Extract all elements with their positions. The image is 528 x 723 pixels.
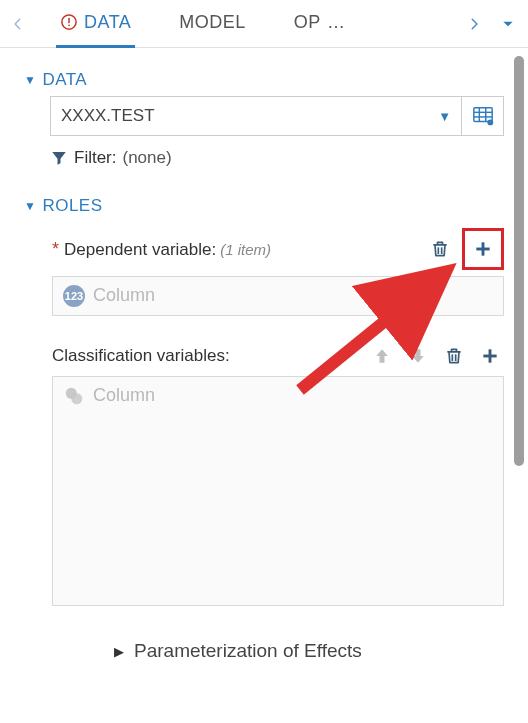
tab-label: OP: [294, 12, 321, 33]
class-type-icon: [63, 385, 85, 407]
chevron-down-icon: ▼: [438, 109, 451, 124]
filter-value: (none): [123, 148, 172, 168]
svg-rect-2: [68, 25, 70, 27]
column-placeholder: Column: [93, 385, 155, 406]
svg-point-18: [71, 393, 82, 404]
delete-classification-button[interactable]: [440, 342, 468, 370]
classification-variables-label: Classification variables:: [52, 346, 230, 366]
caret-right-icon: ▶: [114, 644, 124, 659]
tabs-scroll-left-icon[interactable]: [8, 14, 28, 34]
tab-model[interactable]: MODEL: [175, 0, 250, 48]
caret-down-icon: ▼: [24, 199, 36, 213]
tab-data[interactable]: DATA: [56, 0, 135, 48]
tab-label: DATA: [84, 12, 131, 33]
section-toggle-data[interactable]: ▼ DATA: [24, 70, 504, 90]
dependent-variable-dropzone[interactable]: 123 Column: [52, 276, 504, 316]
svg-point-8: [487, 119, 493, 125]
section-title: DATA: [42, 70, 87, 90]
parameterization-of-effects-toggle[interactable]: ▶ Parameterization of Effects: [114, 640, 504, 662]
section-title: ROLES: [42, 196, 102, 216]
tab-options-truncated[interactable]: OP…: [290, 0, 348, 48]
move-up-button[interactable]: [368, 342, 396, 370]
dependent-variable-label: Dependent variable:: [64, 240, 216, 260]
warning-icon: [60, 13, 78, 31]
add-classification-button[interactable]: [476, 342, 504, 370]
filter-icon: [50, 149, 68, 167]
dataset-name: XXXX.TEST: [61, 106, 155, 126]
scrollbar[interactable]: [514, 56, 524, 466]
section-toggle-roles[interactable]: ▼ ROLES: [24, 196, 504, 216]
dependent-variable-count: (1 item): [220, 241, 271, 258]
delete-dependent-button[interactable]: [426, 235, 454, 263]
svg-rect-1: [68, 18, 70, 23]
filter-label: Filter:: [74, 148, 117, 168]
tab-overflow-menu-icon[interactable]: [496, 12, 520, 36]
numeric-type-icon: 123: [63, 285, 85, 307]
caret-down-icon: ▼: [24, 73, 36, 87]
tab-strip: DATA MODEL OP…: [0, 0, 528, 48]
column-placeholder: Column: [93, 285, 155, 306]
view-data-table-button[interactable]: [462, 96, 504, 136]
filter-row[interactable]: Filter: (none): [50, 148, 504, 168]
tabs-scroll-right-icon[interactable]: [464, 14, 484, 34]
add-dependent-button[interactable]: [462, 228, 504, 270]
tab-label: MODEL: [179, 12, 246, 33]
required-star-icon: *: [52, 239, 59, 260]
dataset-selector[interactable]: XXXX.TEST ▼: [50, 96, 462, 136]
svg-rect-3: [473, 108, 491, 122]
classification-variables-dropzone[interactable]: Column: [52, 376, 504, 606]
move-down-button[interactable]: [404, 342, 432, 370]
parameterization-label: Parameterization of Effects: [134, 640, 362, 662]
